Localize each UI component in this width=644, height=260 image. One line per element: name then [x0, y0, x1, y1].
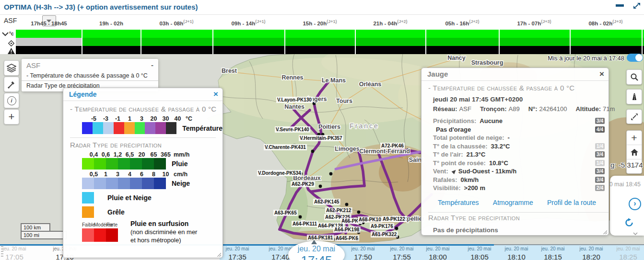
temperature-forecast-row[interactable] — [16, 30, 644, 38]
road-label: A62-PK212 — [326, 208, 351, 213]
city-label: Poitiers — [318, 124, 340, 130]
picker-button[interactable] — [4, 77, 19, 92]
legend-close-icon[interactable]: × — [213, 90, 218, 99]
search-button[interactable] — [626, 69, 642, 85]
road-label: V.Dordogne-PK534 — [258, 170, 301, 176]
collapse-chevron-icon[interactable] — [2, 32, 9, 36]
slot-9: 08h - 02h(J+3) — [574, 19, 637, 26]
metric-neige: Total potentiel de neige:- — [428, 134, 609, 142]
timeline-tick[interactable]: jeu. 20 mai18:25 — [607, 246, 644, 260]
confidence-badge: 4/4 — [595, 126, 605, 133]
refresh-button[interactable] — [624, 218, 634, 227]
city-label: Brest — [222, 68, 237, 74]
road-search-button[interactable] — [626, 89, 642, 104]
timeline-cursor-icon — [311, 240, 317, 244]
legend-panel: Légende × - Température de chaussée & pa… — [63, 88, 223, 258]
slot-4: 09h - 14h(J+1) — [217, 19, 280, 26]
eyedropper-icon — [7, 79, 16, 89]
layers-panel-title: ASF — [22, 59, 158, 71]
fullscreen-icon[interactable] — [632, 1, 642, 11]
gauge-datetime: jeudi 20 mai 17:45 GMT+0200 — [433, 96, 609, 103]
precipitation-row-icon — [8, 40, 14, 46]
city-label: Tours — [336, 98, 352, 104]
legend-temp-ticks: -5-3-113203040°C — [88, 114, 222, 122]
time-step-panel: 0 mai 18:45 › — [610, 176, 644, 236]
legend-title: Légende — [69, 90, 97, 98]
legend-snow-scale: Neige — [82, 178, 222, 189]
layers-panel: ASF - - Température de chaussée & passag… — [22, 59, 158, 91]
slot-2: 19h - 02h — [80, 19, 142, 26]
minimize-icon[interactable] — [616, 4, 624, 7]
network-label: ASF — [4, 17, 17, 24]
slot-8: 17h - 07h(J+3) — [503, 19, 565, 26]
expand-map-button[interactable] — [626, 109, 642, 124]
gauge-resize-handle[interactable] — [603, 230, 607, 234]
gauge-links: Températures Atmogramme Profil de la rou… — [428, 199, 609, 206]
legend-rain-scale: Pluie — [82, 158, 222, 170]
zoom-in-button[interactable]: + — [627, 131, 642, 145]
next-step-button[interactable]: › — [629, 198, 641, 210]
road-label: A9-PK176 — [371, 224, 393, 229]
legend-temp-section-title: - Température de chaussée & passage à 0 … — [70, 105, 222, 113]
auto-update-toggle[interactable] — [627, 54, 643, 62]
precipitation-first-segment[interactable] — [16, 38, 82, 46]
city-label: Clermont-Ferrand — [359, 148, 410, 155]
layers-button[interactable] — [4, 60, 19, 76]
collapse-panel-icon[interactable] — [633, 228, 638, 237]
road-label: A645-PK6 — [336, 236, 358, 241]
road-label: A64-PK198 — [334, 227, 360, 232]
metric-t-rosee: T° point de rosée:10.8°C1/4 — [428, 159, 609, 168]
layer-item-temperature[interactable]: - Température de chaussée & passage à 0 … — [22, 71, 158, 81]
home-icon — [631, 149, 638, 156]
slot-7: 05h - 16h(J+2) — [431, 19, 493, 26]
page-title: OPTIMA (H-3h --> J3) (+ option avertisse… — [4, 3, 198, 11]
road-label: V.Hermitain-PK357 — [300, 136, 342, 141]
legend-rain-snow: Pluie et Neige — [82, 192, 222, 203]
link-temperatures[interactable]: Températures — [438, 199, 479, 206]
info-button[interactable]: i — [4, 93, 19, 108]
layers-panel-minimize[interactable]: - — [151, 61, 153, 69]
strip-icon-column: °c — [0, 30, 16, 54]
timeline-tick[interactable]: jeu. 20 mai18:00 — [416, 246, 459, 260]
road-label: V.Charente-PK431 — [265, 145, 306, 150]
metric-rafales: Rafales:0km/h3/4 — [428, 176, 609, 184]
add-button[interactable]: + — [4, 109, 19, 124]
gauge-panel: Jauge × - Température de chaussée & pass… — [421, 68, 609, 236]
plus-icon: + — [9, 111, 15, 123]
road-label: A62-PK145 — [314, 199, 340, 204]
precipitation-forecast-row[interactable] — [16, 38, 644, 46]
confidence-badge: 3/4 — [595, 118, 605, 124]
link-atmogramme[interactable]: Atmogramme — [493, 199, 533, 206]
road-label: A9-PK122 — [383, 216, 405, 222]
scale-mi: 100 mi — [21, 231, 67, 239]
metric-visibilite: Visibilité:>200 m2/4 — [428, 184, 609, 192]
road-label: A64-PK111 — [293, 221, 317, 226]
legend-resize-handle[interactable] — [217, 253, 221, 257]
slot-5: 15h - 20h(J+1) — [289, 19, 351, 26]
last-updated-text: Mis à jour le 20 mai à 17:48 — [548, 55, 624, 62]
metric-orage: Pas d'orage4/4 — [428, 125, 609, 134]
metric-t-air: T° de l'air:21.3°C3/4 — [428, 150, 609, 159]
timeline-tick[interactable]: jeu. 20 mai18:15 — [531, 246, 574, 260]
refresh-icon — [624, 218, 634, 227]
gauge-close-icon[interactable]: × — [599, 69, 604, 79]
road-label: V.Sevre-PK140 — [276, 127, 309, 132]
gauge-radar-section-title: Radar Type de précipitation — [428, 214, 609, 222]
slot-3: 03h - 08h(J+1) — [145, 19, 208, 26]
timeline-tick[interactable]: jeu. 20 mai17:50 — [341, 246, 385, 260]
confidence-badge: 3/4 — [595, 151, 605, 158]
road-label: A61-PK322 — [372, 232, 397, 237]
search-icon — [630, 73, 639, 81]
city-label: Strasbourg — [471, 59, 503, 66]
legend-temp-scale: Température — [82, 122, 222, 134]
home-button[interactable] — [627, 145, 642, 159]
time-step-label: 0 mai 18:45 — [609, 181, 641, 188]
legend-snow-ticks: 0,51346810cm/h — [88, 170, 222, 178]
country-label: France — [350, 122, 379, 130]
timeline-tick[interactable]: jeu. 20 mai17:05 — [0, 246, 36, 260]
link-profil-route[interactable]: Profil de la route — [547, 199, 596, 206]
city-label: Rennes — [281, 74, 303, 81]
optima-app: OPTIMA (H-3h --> J3) (+ option avertisse… — [0, 0, 644, 260]
alert-forecast-row[interactable] — [16, 46, 644, 54]
header-bar: OPTIMA (H-3h --> J3) (+ option avertisse… — [0, 0, 644, 15]
